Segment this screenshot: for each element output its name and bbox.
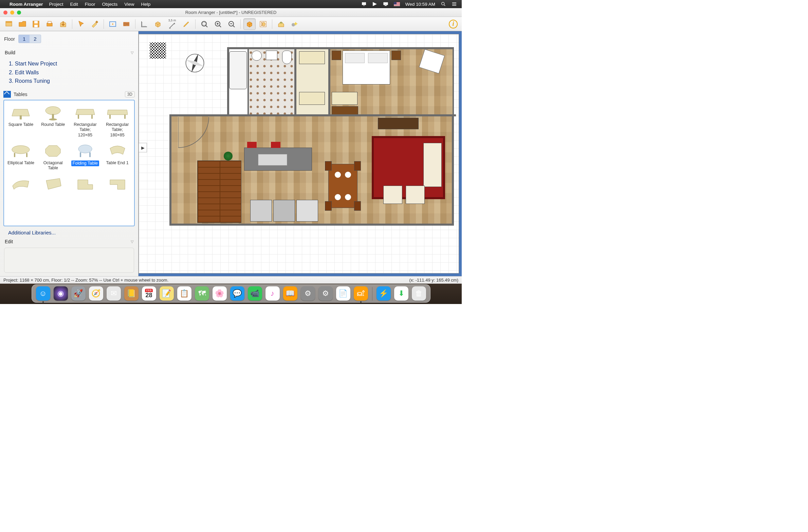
save-project-button[interactable] [30,18,42,30]
desk[interactable] [332,106,358,115]
gallery-item[interactable] [38,174,69,194]
object-gallery[interactable]: Square TableRound TableRectangular Table… [3,100,135,226]
gallery-item[interactable]: Rectangular Table;120×85 [70,102,101,139]
floor-tab-2[interactable]: 2 [30,35,40,43]
gallery-item[interactable] [5,174,36,194]
dock-siri-icon[interactable]: ◉ [54,286,68,301]
staircase[interactable] [197,160,241,223]
dock-calendar-icon[interactable]: FEB28 [142,286,156,301]
effects-button[interactable] [289,18,301,30]
appliance[interactable] [250,200,272,222]
armchair[interactable] [419,49,445,74]
gallery-item[interactable]: Round Table [38,102,69,139]
print-button[interactable] [43,18,56,30]
object-list-button[interactable] [257,18,269,30]
dock-maps-icon[interactable]: 🗺 [195,286,209,301]
open-project-button[interactable] [16,18,29,30]
dock-notes-icon[interactable]: 📝 [160,286,174,301]
floor-plan[interactable] [164,47,449,273]
nightstand[interactable] [332,51,341,60]
menu-objects[interactable]: Objects [102,2,118,7]
export-button[interactable] [57,18,69,30]
app-name[interactable]: Room Arranger [10,2,43,7]
dock-trash-icon[interactable]: 🗑 [412,286,426,301]
wardrobe[interactable] [299,92,325,105]
dock-cache-icon[interactable]: ⚡ [377,286,391,301]
wardrobe[interactable] [299,51,325,64]
paint-button[interactable] [89,18,101,30]
sofa[interactable] [423,143,442,187]
appliance[interactable] [296,200,318,222]
gallery-item[interactable]: Folding Table [70,141,101,172]
build-step-3[interactable]: 3. Rooms Tuning [9,77,129,86]
tv-unit[interactable] [378,118,419,129]
armchair[interactable] [383,186,402,204]
dock-textedit-icon[interactable]: 📄 [336,286,350,301]
dock-appstore-icon[interactable]: ⚙ [301,286,315,301]
menu-help[interactable]: Help [141,2,150,7]
render-3d-button[interactable] [275,18,287,30]
pencil-button[interactable] [180,18,192,30]
bluetooth-icon[interactable] [372,1,378,7]
floor-tab-1[interactable]: 1 [19,35,30,43]
floorplan-canvas[interactable]: ▶ [139,34,459,273]
dock-finder-icon[interactable]: ☺ [36,286,50,301]
toggle-3d-badge[interactable]: 3D [125,91,135,97]
dock-ibooks-icon[interactable]: 📖 [283,286,297,301]
cursor-button[interactable] [75,18,87,30]
gallery-item[interactable]: Octagonal Table [38,141,69,172]
sidebar-expand-handle-icon[interactable]: ▶ [139,143,147,152]
build-section-header[interactable]: Build ▽ [3,48,135,57]
menu-edit[interactable]: Edit [70,2,78,7]
measure-button[interactable]: 3,5 m [165,18,179,30]
chair[interactable] [354,161,361,171]
chair[interactable] [325,201,332,211]
basin[interactable] [266,51,277,60]
dock-contacts-icon[interactable]: 📒 [124,286,139,301]
zoom-out-button[interactable] [225,18,238,30]
menu-floor[interactable]: Floor [85,2,95,7]
menu-view[interactable]: View [124,2,134,7]
kitchen-island[interactable] [244,148,312,171]
gallery-item[interactable] [102,174,133,194]
dining-table[interactable] [328,164,357,208]
build-step-1[interactable]: 1. Start New Project [9,59,129,68]
object-category-row[interactable]: Tables 3D [3,91,135,98]
display-icon[interactable] [361,1,367,7]
dock-reminders-icon[interactable]: 📋 [177,286,191,301]
dock-itunes-icon[interactable]: ♪ [265,286,280,301]
additional-libraries-link[interactable]: Additional Libraries... [3,226,135,237]
spotlight-icon[interactable] [441,1,446,7]
wall-tool-button[interactable] [120,18,132,30]
view-3d-button[interactable] [243,18,256,30]
dock-messages-icon[interactable]: 💬 [230,286,244,301]
nightstand[interactable] [391,51,401,60]
armchair[interactable] [406,186,425,204]
edit-section-header[interactable]: Edit ▽ [3,237,135,246]
new-project-button[interactable] [3,18,15,30]
bathtub[interactable] [229,51,247,89]
menu-project[interactable]: Project [49,2,63,7]
sink[interactable] [252,51,262,61]
airplay-icon[interactable] [383,1,388,7]
chair[interactable] [325,161,332,171]
dock-roomarranger-icon[interactable]: 🛋 [354,286,368,301]
gallery-item[interactable]: Elliptical Table [5,141,36,172]
zoom-in-button[interactable] [212,18,224,30]
dock-launchpad-icon[interactable]: 🚀 [71,286,86,301]
keyboard-flag-icon[interactable] [394,2,400,6]
bed[interactable] [343,51,390,84]
dock-mail-icon[interactable]: ✉ [107,286,121,301]
wardrobe[interactable] [332,92,357,105]
dock-photos-icon[interactable]: 🌸 [213,286,227,301]
gallery-item[interactable]: Rectangular Table;180×85 [102,102,133,139]
chair[interactable] [354,201,361,211]
dock-downloads-icon[interactable]: ⬇ [394,286,408,301]
dock-safari-icon[interactable]: 🧭 [89,286,103,301]
box-tool-button[interactable] [152,18,164,30]
notifications-icon[interactable] [452,1,457,7]
ruler-tool-button[interactable] [138,18,150,30]
appliance[interactable] [273,200,295,222]
menubar-clock[interactable]: Wed 10:59 AM [405,2,435,7]
gallery-item[interactable] [70,174,101,194]
